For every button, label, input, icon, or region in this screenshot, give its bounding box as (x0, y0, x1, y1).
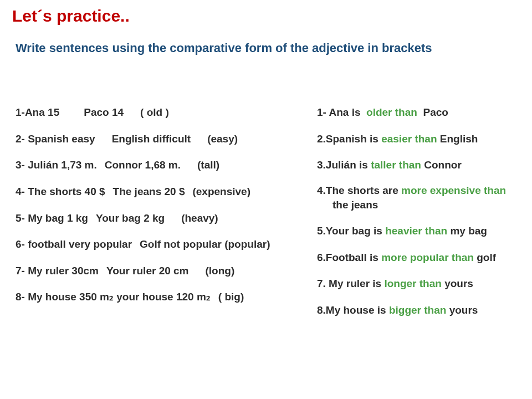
answer-post: Connor (424, 159, 462, 171)
answer-pre: 4.The shorts are (317, 185, 398, 196)
answer-pre: 6.Football is (317, 252, 378, 263)
answer-row: 1- Ana is older than Paco (317, 105, 522, 120)
prompt-row: 4- The shorts 40 $The jeans 20 $(expensi… (16, 185, 304, 199)
answer-post: Paco (423, 106, 448, 118)
prompt-part-a: 5- My bag 1 kg (16, 212, 88, 224)
prompt-part-a: 2- Spanish easy (16, 133, 95, 145)
answer-pre: 8.My house is (317, 304, 386, 316)
answer-post: English (440, 133, 478, 145)
page-title: Let´s practice.. (10, 7, 522, 25)
prompt-part-c: (long) (206, 265, 235, 277)
prompt-part-b: The jeans 20 $ (113, 186, 185, 197)
prompt-part-b: Your bag 2 kg (96, 212, 165, 224)
answer-post: my bag (450, 225, 487, 237)
prompt-part-b: English difficult (112, 133, 191, 145)
answer-row: 5.Your bag is heavier than my bag (317, 224, 522, 238)
prompt-part-b: Paco 14 (84, 106, 124, 118)
answer-pre: 2.Spanish is (317, 133, 378, 145)
prompt-part-a: 4- The shorts 40 $ (16, 186, 105, 197)
answer-comparative: easier than (381, 133, 437, 145)
prompt-part-a: 8- My house 350 m₂ (16, 291, 114, 303)
prompt-part-a: 6- football very popular (16, 238, 132, 250)
answer-post: golf (477, 252, 496, 263)
answer-pre: 5.Your bag is (317, 225, 382, 237)
answer-pre: 7. My ruler is (317, 278, 381, 289)
answer-post: yours (449, 304, 478, 316)
prompts-column: 1-Ana 15Paco 14( old ) 2- Spanish easyEn… (16, 105, 304, 318)
answer-row: 8.My house is bigger than yours (317, 303, 522, 318)
answer-comparative: older than (366, 106, 417, 118)
answer-comparative: heavier than (385, 225, 447, 237)
answer-comparative: more popular than (381, 252, 474, 263)
answer-post: yours (444, 278, 473, 289)
answer-row: 3.Julián is taller than Connor (317, 158, 522, 172)
prompt-row: 6- football very popularGolf not popular… (16, 237, 304, 252)
prompt-part-c: ( old ) (140, 106, 169, 118)
prompt-part-b: your house 120 m₂ (116, 291, 211, 303)
prompt-part-a: 7- My ruler 30cm (16, 265, 99, 277)
prompt-row: 5- My bag 1 kgYour bag 2 kg(heavy) (16, 211, 304, 226)
answer-pre: 1- Ana is (317, 106, 361, 118)
prompt-part-c: ( big) (218, 291, 244, 303)
answer-row: 4.The shorts are more expensive than the… (317, 183, 522, 212)
answer-pre: 3.Julián is (317, 159, 368, 171)
prompt-part-c: (heavy) (181, 212, 218, 224)
prompt-part-c: (tall) (197, 159, 219, 171)
prompt-row: 1-Ana 15Paco 14( old ) (16, 105, 304, 120)
prompt-part-a: 3- Julián 1,73 m. (16, 159, 97, 171)
prompt-row: 7- My ruler 30cmYour ruler 20 cm(long) (16, 264, 304, 278)
prompt-part-c: (easy) (207, 133, 238, 145)
answers-column: 1- Ana is older than Paco 2.Spanish is e… (317, 105, 522, 318)
answer-tail: the jeans (317, 198, 522, 212)
exercise-grid: 1-Ana 15Paco 14( old ) 2- Spanish easyEn… (10, 105, 522, 318)
answer-comparative: bigger than (389, 304, 446, 316)
answer-comparative: taller than (371, 159, 421, 171)
prompt-part-b: Golf not popular (140, 238, 222, 250)
prompt-row: 2- Spanish easyEnglish difficult(easy) (16, 132, 304, 146)
answer-comparative: longer than (384, 278, 441, 289)
answer-comparative: more expensive than (401, 185, 506, 196)
answer-row: 2.Spanish is easier than English (317, 132, 522, 146)
answer-row: 6.Football is more popular than golf (317, 250, 522, 265)
prompt-row: 8- My house 350 m₂ your house 120 m₂( bi… (16, 290, 304, 304)
prompt-part-c: (expensive) (192, 186, 250, 197)
prompt-part-b: Connor 1,68 m. (105, 159, 181, 171)
prompt-part-b: Your ruler 20 cm (106, 265, 189, 277)
answer-row: 7. My ruler is longer than yours (317, 277, 522, 291)
instructions: Write sentences using the comparative fo… (10, 41, 522, 55)
prompt-part-a: 1-Ana 15 (16, 106, 59, 118)
prompt-part-c: (popular) (224, 238, 270, 250)
prompt-row: 3- Julián 1,73 m.Connor 1,68 m.(tall) (16, 158, 304, 172)
